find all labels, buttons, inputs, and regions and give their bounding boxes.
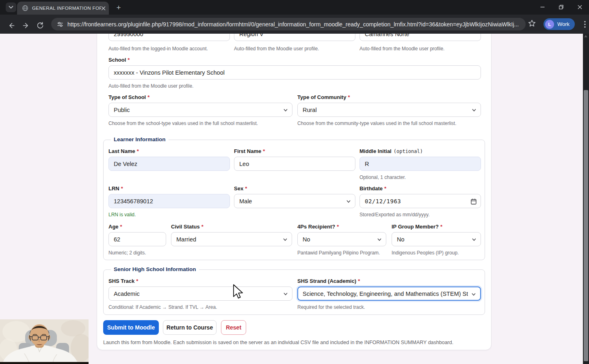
reload-button[interactable] bbox=[34, 19, 47, 32]
ip-group-label: IP Group Member? bbox=[392, 224, 439, 230]
sex-select[interactable]: Male bbox=[234, 194, 355, 208]
age-field: Age* Numeric; 2 digits. bbox=[108, 224, 166, 256]
school-field: School* Auto-filled from the Moodle user… bbox=[108, 57, 481, 89]
browser-menu-button[interactable] bbox=[581, 19, 589, 29]
birthdate-input[interactable]: 02/12/1963 bbox=[359, 194, 481, 208]
first-name-input[interactable] bbox=[234, 157, 355, 171]
chevron-down-icon bbox=[9, 6, 13, 9]
site-info-tune-icon bbox=[57, 21, 63, 28]
window-controls bbox=[533, 0, 589, 14]
window-close-button[interactable] bbox=[570, 0, 589, 14]
window-restore-button[interactable] bbox=[552, 0, 570, 14]
four-ps-value: No bbox=[303, 236, 310, 243]
calendar-icon[interactable] bbox=[471, 198, 476, 205]
lrn-field: LRN* LRN is valid. bbox=[108, 185, 230, 218]
required-asterisk: * bbox=[121, 185, 123, 192]
four-ps-select[interactable]: No bbox=[297, 232, 386, 246]
chevron-down-icon bbox=[377, 237, 382, 242]
region-helper: Auto-filled from the Moodle user profile… bbox=[234, 46, 355, 52]
four-ps-label: 4Ps Recipient? bbox=[297, 224, 335, 230]
bookmark-button[interactable] bbox=[528, 19, 538, 29]
back-arrow-icon bbox=[8, 22, 15, 29]
type-of-school-value: Public bbox=[114, 107, 130, 113]
middle-initial-input[interactable] bbox=[359, 157, 481, 171]
reset-button[interactable]: Reset bbox=[221, 320, 246, 335]
lrn-valid-message: LRN is valid. bbox=[108, 212, 230, 218]
scrollbar-thumb[interactable] bbox=[584, 90, 588, 361]
browser-tab-strip: GENERAL INFORMATION FORM + bbox=[0, 0, 589, 15]
shs-track-select[interactable]: Academic bbox=[108, 286, 292, 301]
division-input[interactable] bbox=[359, 34, 481, 41]
account-id-input[interactable] bbox=[108, 34, 230, 41]
return-to-course-button[interactable]: Return to Course bbox=[163, 320, 217, 335]
window-minimize-button[interactable] bbox=[533, 0, 552, 14]
browser-tab[interactable]: GENERAL INFORMATION FORM bbox=[17, 2, 109, 15]
middle-initial-label: Middle Initial bbox=[359, 148, 392, 154]
submit-to-moodle-button[interactable]: Submit to Moodle bbox=[103, 320, 159, 335]
shs-track-helper: Conditional: If Academic → Strand. If TV… bbox=[108, 304, 292, 310]
required-asterisk: * bbox=[136, 278, 138, 284]
shs-track-value: Academic bbox=[114, 291, 140, 297]
chevron-down-icon bbox=[472, 108, 476, 112]
chevron-down-icon bbox=[283, 108, 288, 112]
type-of-school-label: Type of School bbox=[108, 94, 146, 100]
sex-field: Sex* Male bbox=[234, 185, 355, 208]
lrn-input[interactable] bbox=[108, 194, 230, 208]
forward-arrow-icon bbox=[22, 22, 30, 29]
forward-button[interactable] bbox=[19, 19, 32, 32]
minimize-icon bbox=[540, 5, 545, 9]
civil-status-value: Married bbox=[176, 236, 196, 243]
profile-chip[interactable]: L Work bbox=[544, 18, 575, 30]
address-bar[interactable]: https://frontlearners.org/pluginfile.php… bbox=[51, 18, 526, 30]
page-viewport: Auto-filled from the logged-in Moodle ac… bbox=[0, 34, 589, 364]
chevron-down-icon bbox=[346, 199, 351, 204]
back-button[interactable] bbox=[5, 19, 18, 32]
region-input[interactable] bbox=[234, 34, 355, 41]
kebab-menu-icon bbox=[584, 21, 586, 28]
account-id-helper: Auto-filled from the logged-in Moodle ac… bbox=[108, 46, 230, 52]
shs-track-field: SHS Track* Academic Conditional: If Acad… bbox=[108, 278, 292, 310]
last-name-input[interactable] bbox=[108, 157, 230, 171]
shs-strand-select[interactable]: Science, Technology, Engineering, and Ma… bbox=[297, 286, 481, 301]
tab-close-icon[interactable] bbox=[101, 6, 106, 11]
required-asterisk: * bbox=[147, 94, 149, 100]
chevron-down-icon bbox=[283, 291, 288, 296]
civil-status-select[interactable]: Married bbox=[171, 232, 292, 246]
lrn-label: LRN bbox=[108, 185, 119, 192]
required-asterisk: * bbox=[201, 224, 204, 230]
required-asterisk: * bbox=[440, 224, 442, 230]
webcam-overlay bbox=[0, 319, 89, 364]
birthdate-value: 02/12/1963 bbox=[365, 198, 401, 205]
shs-strand-value: Science, Technology, Engineering, and Ma… bbox=[303, 291, 468, 297]
middle-initial-optional-suffix: (optional) bbox=[394, 149, 423, 154]
required-asterisk: * bbox=[384, 185, 386, 192]
shs-strand-label: SHS Strand (Academic) bbox=[297, 278, 356, 284]
presenter-video bbox=[0, 319, 89, 364]
type-of-community-label: Type of Community bbox=[297, 94, 346, 100]
middle-initial-helper: Optional, 1 character. bbox=[359, 174, 481, 180]
page-scrollbar[interactable] bbox=[583, 34, 589, 364]
chevron-down-icon bbox=[283, 237, 288, 242]
age-input[interactable] bbox=[108, 232, 166, 246]
shs-strand-helper: Required for the selected track. bbox=[297, 304, 481, 310]
type-of-community-helper: Choose from the community-type values us… bbox=[297, 121, 481, 126]
division-field: Auto-filled from the Moodle user profile… bbox=[359, 34, 481, 52]
required-asterisk: * bbox=[358, 278, 360, 284]
type-of-school-field: Type of School* Public Choose from the s… bbox=[108, 94, 292, 126]
required-asterisk: * bbox=[337, 224, 339, 230]
scrollbar-up-arrow[interactable] bbox=[584, 35, 587, 37]
ip-group-select[interactable]: No bbox=[392, 232, 481, 246]
required-asterisk: * bbox=[263, 148, 265, 154]
four-ps-field: 4Ps Recipient?* No Pantawid Pamilyang Pi… bbox=[297, 224, 386, 256]
region-field: Auto-filled from the Moodle user profile… bbox=[234, 34, 355, 52]
type-of-school-select[interactable]: Public bbox=[108, 103, 292, 117]
age-helper: Numeric; 2 digits. bbox=[108, 250, 166, 256]
account-id-field: Auto-filled from the logged-in Moodle ac… bbox=[108, 34, 230, 52]
url-text: https://frontlearners.org/pluginfile.php… bbox=[67, 21, 520, 28]
type-of-community-select[interactable]: Rural bbox=[297, 103, 481, 117]
school-input[interactable] bbox=[108, 65, 481, 80]
reload-icon bbox=[37, 22, 44, 29]
new-tab-button[interactable]: + bbox=[114, 3, 123, 13]
tab-search-button[interactable] bbox=[6, 2, 16, 12]
required-asterisk: * bbox=[348, 94, 350, 100]
